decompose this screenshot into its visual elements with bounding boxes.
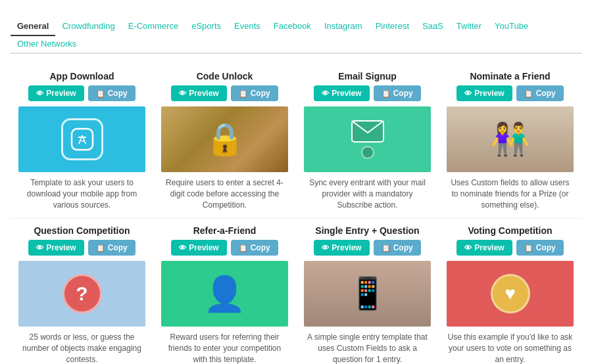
card-refer-a-friend: Refer-a-Friend👁 Preview📋 Copy👤Reward use… — [153, 218, 296, 364]
eye-icon: 👁 — [464, 244, 472, 252]
tab-e-commerce[interactable]: E-Commerce — [122, 17, 185, 36]
copy-icon: 📋 — [239, 89, 248, 98]
card-image: 🔒 — [161, 106, 288, 172]
eye-icon: 👁 — [36, 244, 43, 252]
tab-youtube[interactable]: YouTube — [488, 17, 535, 36]
card-description: Uses Custom fields to allow users to nom… — [447, 177, 574, 210]
tab-crowdfunding[interactable]: Crowdfunding — [55, 17, 121, 36]
card-title: Single Entry + Question — [304, 225, 431, 236]
card-image: 📱 — [304, 261, 431, 327]
copy-icon: 📋 — [382, 89, 391, 98]
preview-button[interactable]: 👁 Preview — [314, 240, 369, 256]
eye-icon: 👁 — [322, 89, 329, 97]
tab-saas[interactable]: SaaS — [416, 17, 450, 36]
tab-facebook[interactable]: Facebook — [267, 17, 318, 36]
card-single-entry-+-question: Single Entry + Question👁 Preview📋 Copy📱A… — [296, 218, 439, 364]
copy-button[interactable]: 📋 Copy — [374, 85, 421, 101]
tab-twitter[interactable]: Twitter — [450, 17, 488, 36]
copy-button[interactable]: 📋 Copy — [88, 85, 136, 101]
card-description: 25 words or less, or guess the number of… — [18, 332, 145, 364]
copy-button[interactable]: 📋 Copy — [231, 85, 278, 101]
card-image: A — [18, 106, 145, 172]
card-code-unlock: Code Unlock👁 Preview📋 Copy🔒Require users… — [153, 64, 296, 218]
eye-icon: 👁 — [36, 89, 43, 97]
copy-icon: 📋 — [524, 89, 533, 98]
card-title: Question Competition — [18, 225, 145, 236]
eye-icon: 👁 — [179, 89, 186, 97]
card-description: Reward users for referring their friends… — [161, 332, 288, 364]
tab-instagram[interactable]: Instagram — [318, 17, 369, 36]
preview-button[interactable]: 👁 Preview — [314, 85, 369, 101]
eye-icon: 👁 — [179, 244, 186, 252]
card-image: ♥ — [447, 261, 574, 327]
card-voting-competition: Voting Competition👁 Preview📋 Copy ♥ Use … — [439, 218, 581, 364]
card-title: Code Unlock — [161, 71, 288, 81]
tab-events[interactable]: Events — [228, 17, 267, 36]
card-description: Sync every entrant with your mail provid… — [304, 177, 431, 210]
preview-button[interactable]: 👁 Preview — [171, 240, 226, 256]
tabs-nav: GeneralCrowdfundingE-CommerceeSportsEven… — [11, 17, 581, 54]
copy-icon: 📋 — [239, 244, 248, 252]
card-description: Template to ask your users to download y… — [18, 177, 145, 210]
tab-other-networks[interactable]: Other Networks — [11, 35, 83, 54]
preview-button[interactable]: 👁 Preview — [456, 240, 512, 256]
card-image: ? — [18, 261, 145, 327]
card-question-competition: Question Competition👁 Preview📋 Copy ? 25… — [11, 218, 153, 364]
copy-button[interactable]: 📋 Copy — [516, 85, 564, 101]
card-title: Voting Competition — [447, 225, 574, 236]
card-app-download: App Download👁 Preview📋 Copy A Template t… — [11, 64, 153, 218]
tab-esports[interactable]: eSports — [185, 17, 228, 36]
preview-button[interactable]: 👁 Preview — [456, 85, 512, 101]
copy-button[interactable]: 📋 Copy — [231, 240, 278, 256]
tab-general[interactable]: General — [11, 17, 55, 36]
card-email-signup: Email Signup👁 Preview📋 Copy Sync every e… — [296, 64, 439, 218]
card-description: Use this example if you'd like to ask yo… — [447, 332, 574, 364]
card-title: Email Signup — [304, 71, 431, 81]
copy-icon: 📋 — [96, 89, 105, 98]
svg-text:A: A — [78, 133, 86, 147]
card-description: Require users to enter a secret 4-digit … — [161, 177, 288, 210]
card-nominate-a-friend: Nominate a Friend👁 Preview📋 Copy👫Uses Cu… — [439, 64, 581, 218]
eye-icon: 👁 — [464, 89, 472, 97]
preview-button[interactable]: 👁 Preview — [28, 85, 84, 101]
preview-button[interactable]: 👁 Preview — [28, 240, 84, 256]
card-title: App Download — [18, 71, 145, 81]
preview-button[interactable]: 👁 Preview — [171, 85, 226, 101]
copy-button[interactable]: 📋 Copy — [516, 240, 564, 256]
copy-icon: 📋 — [382, 244, 391, 252]
copy-button[interactable]: 📋 Copy — [374, 240, 421, 256]
card-image: 👫 — [447, 106, 574, 172]
card-title: Refer-a-Friend — [161, 225, 288, 236]
copy-button[interactable]: 📋 Copy — [88, 240, 136, 256]
copy-icon: 📋 — [524, 244, 533, 252]
card-description: A simple single entry template that uses… — [304, 332, 431, 364]
eye-icon: 👁 — [322, 244, 329, 252]
card-image — [304, 106, 431, 172]
card-title: Nominate a Friend — [447, 71, 574, 81]
tab-pinterest[interactable]: Pinterest — [369, 17, 416, 36]
card-image: 👤 — [161, 261, 288, 327]
copy-icon: 📋 — [96, 244, 105, 252]
